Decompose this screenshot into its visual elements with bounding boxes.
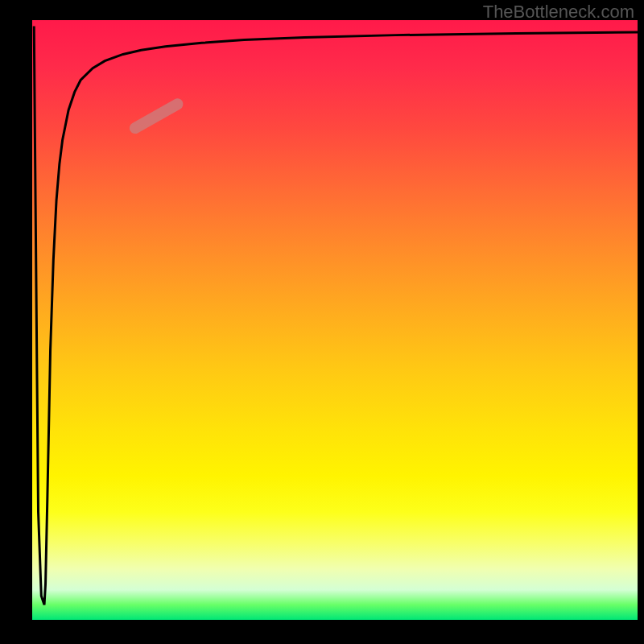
chart-curve-svg [32, 20, 638, 620]
watermark-text: TheBottleneck.com [483, 2, 634, 23]
main-curve [34, 26, 638, 605]
highlight-segment [135, 104, 178, 128]
